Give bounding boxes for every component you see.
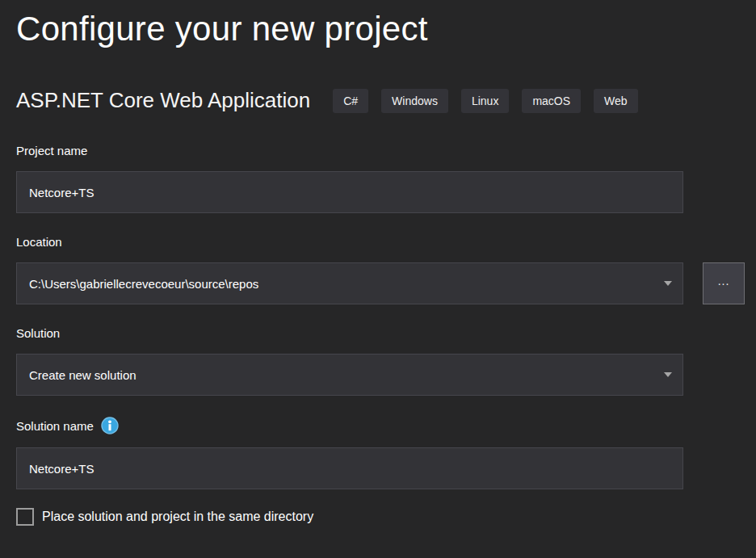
- solution-name-label-row: Solution name: [16, 417, 756, 434]
- solution-name-label: Solution name: [16, 418, 94, 434]
- same-directory-label[interactable]: Place solution and project in the same d…: [42, 510, 313, 524]
- location-row: ...: [16, 250, 756, 304]
- same-directory-checkbox[interactable]: [16, 508, 34, 526]
- tag-linux: Linux: [461, 89, 509, 113]
- solution-dropdown[interactable]: Create new solution: [16, 354, 683, 396]
- info-icon[interactable]: [101, 417, 119, 434]
- project-name-label: Project name: [16, 143, 756, 158]
- solution-label: Solution: [16, 325, 756, 341]
- project-name-input[interactable]: [16, 171, 683, 213]
- browse-location-button[interactable]: ...: [703, 262, 745, 304]
- solution-name-input[interactable]: [16, 447, 683, 489]
- tag-macos: macOS: [522, 89, 581, 113]
- location-combobox[interactable]: [16, 262, 683, 304]
- location-input[interactable]: [16, 262, 683, 304]
- same-directory-row: Place solution and project in the same d…: [16, 508, 756, 526]
- configure-project-dialog: Configure your new project ASP.NET Core …: [0, 0, 756, 558]
- template-summary-row: ASP.NET Core Web Application C# Windows …: [16, 88, 756, 113]
- tag-csharp: C#: [333, 89, 368, 113]
- template-name: ASP.NET Core Web Application: [16, 88, 310, 113]
- tag-windows: Windows: [381, 89, 448, 113]
- tag-web: Web: [594, 89, 638, 113]
- template-tags: C# Windows Linux macOS Web: [333, 89, 637, 113]
- solution-dropdown-value[interactable]: Create new solution: [16, 354, 683, 396]
- location-label: Location: [16, 234, 756, 250]
- page-title: Configure your new project: [16, 6, 756, 51]
